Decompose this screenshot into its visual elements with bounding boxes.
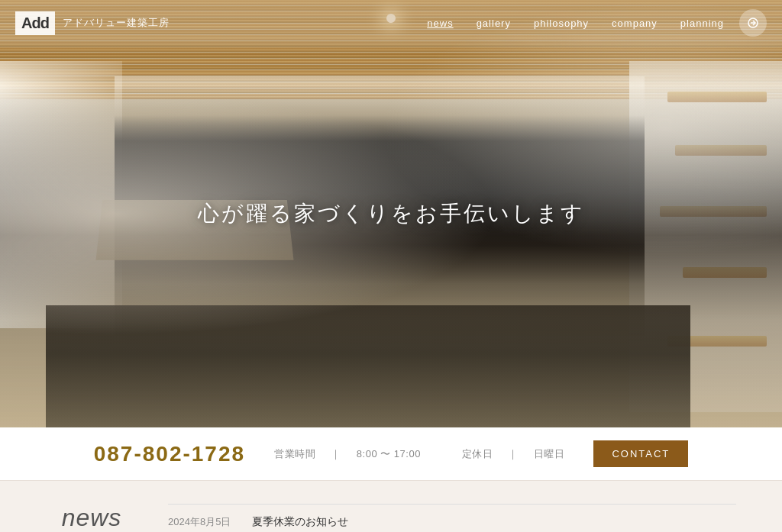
holiday-separator2: ｜ [508,448,519,459]
info-bar: 087-802-1728 営業時間 ｜ 8:00 〜 17:00 定休日 ｜ 日… [0,427,782,481]
logo-link[interactable]: Add アドバリュー建築工房 [15,11,170,35]
news-text-1[interactable]: 夏季休業のお知らせ [252,515,348,529]
business-hours: 営業時間 ｜ 8:00 〜 17:00 定休日 ｜ 日曜日 [268,447,570,461]
holiday-separator [436,448,447,459]
nav-planning[interactable]: planning [680,18,724,29]
phone-number: 087-802-1728 [94,442,245,466]
news-title: news [62,504,122,532]
contact-button[interactable]: CONTACT [593,440,688,467]
news-item-1: 2024年8月5日 夏季休業のお知らせ [168,504,736,532]
nav-news[interactable]: news [427,18,453,29]
nav-links: news gallery philosophy company planning [427,16,724,30]
hero-section: 心が躍る家づくりをお手伝いします [0,0,782,427]
nav-philosophy[interactable]: philosophy [534,18,589,29]
news-date-1: 2024年8月5日 [168,515,237,529]
logo-box: Add [15,11,55,35]
holiday-label: 定休日 [462,448,493,459]
hours-separator: ｜ [331,448,341,459]
navbar: Add アドバリュー建築工房 news gallery philosophy c… [0,0,782,46]
nav-company[interactable]: company [612,18,658,29]
nav-gallery[interactable]: gallery [477,18,511,29]
hours-label: 営業時間 [274,448,315,459]
company-name: アドバリュー建築工房 [63,16,170,30]
news-section: news more 2024年8月5日 夏季休業のお知らせ 2024年4月30日… [0,481,782,532]
hours-value: 8:00 〜 17:00 [357,448,421,459]
hero-tagline: 心が躍る家づくりをお手伝いします [198,199,585,228]
news-list: 2024年8月5日 夏季休業のお知らせ 2024年4月30日 ホームページを公開… [168,504,736,532]
holiday-value: 日曜日 [534,448,565,459]
news-label-area: news more [61,504,122,532]
nav-icon-button[interactable] [739,9,767,37]
